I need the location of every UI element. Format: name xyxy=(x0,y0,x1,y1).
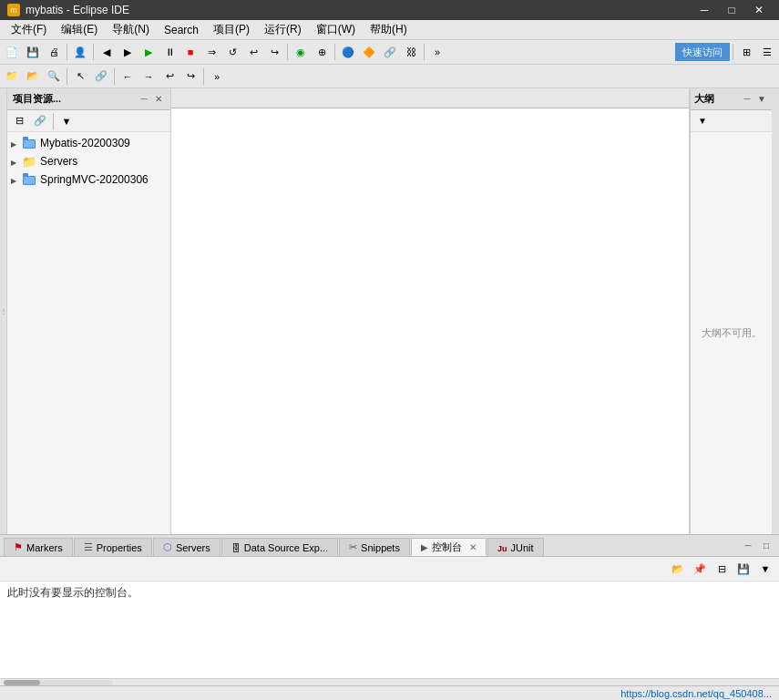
tb2-undo-btn[interactable]: ↩ xyxy=(159,67,179,87)
quick-access-button[interactable]: 快速访问 xyxy=(675,43,730,61)
tb2-sep-2 xyxy=(114,68,115,85)
tb-skip-btn[interactable]: ↩ xyxy=(243,42,263,62)
tree-item-springmvc[interactable]: SpringMVC-20200306 xyxy=(7,170,170,189)
menu-help[interactable]: 帮助(H) xyxy=(363,20,415,40)
menu-file[interactable]: 文件(F) xyxy=(4,20,54,40)
tb-disconnect-btn[interactable]: ⛓ xyxy=(401,42,421,62)
console-pin-btn[interactable]: 📌 xyxy=(690,559,710,579)
tb2-back-btn[interactable]: ← xyxy=(118,67,138,87)
outline-filter-btn[interactable]: ▼ xyxy=(692,111,712,131)
tb-undeploy-btn[interactable]: 🔶 xyxy=(359,42,379,62)
tree-item-mybatis[interactable]: Mybatis-20200309 xyxy=(7,134,170,152)
tb2-new2-btn[interactable]: 📁 xyxy=(2,67,22,87)
bottom-panel-minimize-btn[interactable]: ─ xyxy=(741,539,755,553)
sidebar-link-btn[interactable]: 🔗 xyxy=(30,111,50,131)
menu-search[interactable]: Search xyxy=(157,20,206,40)
tree-expand-springmvc[interactable] xyxy=(11,175,22,185)
tab-servers[interactable]: Servers xyxy=(153,538,220,556)
tb-new-btn[interactable]: 📄 xyxy=(2,42,22,62)
tb-sep-3 xyxy=(287,44,288,60)
tb-save-btn[interactable]: 💾 xyxy=(23,42,43,62)
status-right: https://blog.csdn.net/qq_450408... xyxy=(620,688,772,699)
tb2-search2-btn[interactable]: 🔍 xyxy=(44,67,64,87)
tb-ext-btn[interactable]: ⊕ xyxy=(312,42,332,62)
tb-run-btn[interactable]: ▶ xyxy=(138,42,159,62)
minimize-button[interactable]: ─ xyxy=(692,0,717,20)
tab-console-label: 控制台 xyxy=(432,540,462,554)
tb-stop-btn[interactable]: ■ xyxy=(180,42,200,62)
tb2-fwd-btn[interactable]: → xyxy=(138,67,159,87)
tree-expand-servers[interactable] xyxy=(11,157,22,167)
console-no-display-text: 此时没有要显示的控制台。 xyxy=(7,586,138,599)
tab-markers[interactable]: Markers xyxy=(4,538,73,556)
bottom-panel-toolbar: 📂 📌 ⊟ 💾 ▼ xyxy=(0,557,779,582)
bottom-tabs: Markers Properties Servers Data Source E… xyxy=(0,535,779,557)
tb-sep-2 xyxy=(93,44,94,60)
scroll-thumb[interactable] xyxy=(4,680,40,685)
tab-properties[interactable]: Properties xyxy=(74,538,152,556)
left-resize-handle[interactable]: ⋮ xyxy=(0,88,7,534)
outline-minimize-btn[interactable]: ─ xyxy=(741,93,753,106)
tab-console[interactable]: 控制台 ✕ xyxy=(411,538,487,556)
tab-properties-label: Properties xyxy=(97,542,142,553)
tb-next-btn[interactable]: ▶ xyxy=(118,42,138,62)
tb2-redo-btn[interactable]: ↪ xyxy=(180,67,200,87)
tb2-link-btn[interactable]: 🔗 xyxy=(91,67,111,87)
console-close-icon[interactable]: ✕ xyxy=(469,542,477,552)
svg-rect-2 xyxy=(24,140,35,148)
tab-datasource[interactable]: Data Source Exp... xyxy=(221,538,338,556)
right-resize-handle[interactable] xyxy=(772,88,779,534)
console-save-btn[interactable]: 💾 xyxy=(733,559,753,579)
tb-connect-btn[interactable]: 🔗 xyxy=(380,42,400,62)
bottom-scroll[interactable] xyxy=(0,678,779,685)
tb-launch-btn[interactable]: ◉ xyxy=(291,42,311,62)
bottom-panel-maximize-btn[interactable]: □ xyxy=(759,539,774,553)
tb-deploy-btn[interactable]: 🔵 xyxy=(338,42,358,62)
tb-step-btn[interactable]: ⇒ xyxy=(201,42,221,62)
tb-prev-btn[interactable]: ◀ xyxy=(97,42,117,62)
tree-label-servers: Servers xyxy=(40,155,77,168)
scroll-track[interactable] xyxy=(4,680,113,685)
tb-menu-btn[interactable]: ☰ xyxy=(757,42,777,62)
title-bar: m mybatis - Eclipse IDE ─ □ ✕ xyxy=(0,0,779,20)
console-open-btn[interactable]: 📂 xyxy=(668,559,688,579)
maximize-button[interactable]: □ xyxy=(719,0,744,20)
tb2-open-btn[interactable]: 📂 xyxy=(23,67,43,87)
tb-user-btn[interactable]: 👤 xyxy=(70,42,90,62)
menu-window[interactable]: 窗口(W) xyxy=(309,20,363,40)
props-icon xyxy=(84,541,93,553)
bottom-panel: Markers Properties Servers Data Source E… xyxy=(0,534,779,685)
toolbar-row-2: 📁 📂 🔍 ↖ 🔗 ← → ↩ ↪ » xyxy=(0,64,779,88)
tree-item-servers[interactable]: 📁 Servers xyxy=(7,152,170,170)
tab-junit[interactable]: JUnit xyxy=(487,538,544,556)
tb-print-btn[interactable]: 🖨 xyxy=(44,42,64,62)
sidebar-menu-btn[interactable]: ▼ xyxy=(56,111,77,131)
tb-pause-btn[interactable]: ⏸ xyxy=(159,42,179,62)
project-icon-mybatis xyxy=(22,136,36,150)
editor-content[interactable] xyxy=(171,108,689,534)
tb-skip2-btn[interactable]: ↪ xyxy=(264,42,284,62)
tb2-more2-btn[interactable]: » xyxy=(207,67,227,87)
outline-unavailable-text: 大纲不可用。 xyxy=(702,326,762,340)
menu-run[interactable]: 运行(R) xyxy=(257,20,309,40)
menu-navigate[interactable]: 导航(N) xyxy=(105,20,157,40)
close-button[interactable]: ✕ xyxy=(746,0,772,20)
tb-more-btn[interactable]: » xyxy=(427,42,447,62)
explorer-minimize-btn[interactable]: ─ xyxy=(138,93,150,106)
explorer-close-btn[interactable]: ✕ xyxy=(152,93,165,106)
menu-edit[interactable]: 编辑(E) xyxy=(54,20,105,40)
sidebar-collapse-btn[interactable]: ⊟ xyxy=(9,111,29,131)
outline-menu-btn[interactable]: ▼ xyxy=(755,93,768,106)
menu-project[interactable]: 项目(P) xyxy=(206,20,257,40)
tb2-cursor-btn[interactable]: ↖ xyxy=(70,67,90,87)
tab-snippets[interactable]: Snippets xyxy=(339,538,410,556)
tb-layout-btn[interactable]: ⊞ xyxy=(736,42,756,62)
sidebar-toolbar: ⊟ 🔗 ▼ xyxy=(7,110,170,132)
servers-icon xyxy=(163,541,172,553)
tb-rerun-btn[interactable]: ↺ xyxy=(222,42,242,62)
panel-title-explorer: 项目资源... xyxy=(13,92,61,106)
outline-content: 大纲不可用。 xyxy=(691,132,772,534)
tree-expand-mybatis[interactable] xyxy=(11,139,22,149)
console-layout-btn[interactable]: ⊟ xyxy=(712,559,732,579)
console-menu-btn[interactable]: ▼ xyxy=(755,559,775,579)
